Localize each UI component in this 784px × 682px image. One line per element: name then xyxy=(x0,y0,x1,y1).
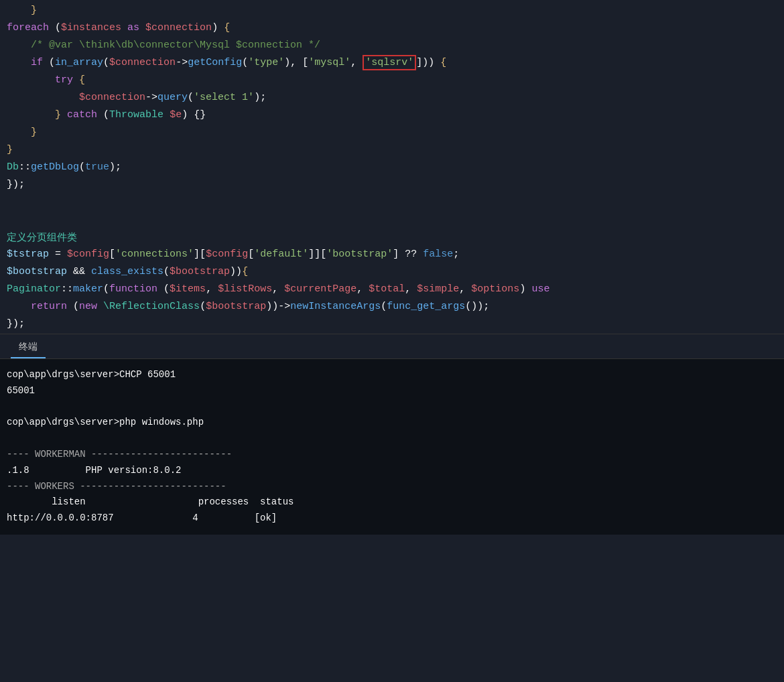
code-text: $bootstrap && class_exists($bootstrap)){ xyxy=(7,264,248,280)
code-line: try { xyxy=(0,72,784,90)
code-line xyxy=(0,212,784,229)
code-line: Paginator::maker(function ($items, $list… xyxy=(0,281,784,299)
code-line: Db::getDbLog(true); xyxy=(0,159,784,177)
code-text: /* @var \think\db\connector\Mysql $conne… xyxy=(7,38,320,54)
code-line: return (new \ReflectionClass($bootstrap)… xyxy=(0,299,784,316)
code-line xyxy=(0,194,784,212)
terminal-line xyxy=(7,431,777,447)
code-text: foreach ($instances as $connection) { xyxy=(7,20,230,36)
terminal-section: 终端 cop\app\drgs\server>CHCP 65001 65001 … xyxy=(0,334,784,535)
code-line: $tstrap = $config['connections'][$config… xyxy=(0,247,784,264)
code-text: }); xyxy=(7,177,25,193)
code-text: if (in_array($connection->getConfig('typ… xyxy=(7,55,446,71)
terminal-line: cop\app\drgs\server>CHCP 65001 xyxy=(7,367,777,383)
code-text: Db::getDbLog(true); xyxy=(7,159,121,176)
code-line: } xyxy=(0,125,784,142)
code-text: try { xyxy=(7,72,85,88)
code-line: }); xyxy=(0,177,784,194)
code-line: if (in_array($connection->getConfig('typ… xyxy=(0,55,784,72)
terminal-line: .1.8 PHP version:8.0.2 xyxy=(7,463,777,479)
code-line: /* @var \think\db\connector\Mysql $conne… xyxy=(0,38,784,55)
terminal-line: ---- WORKERS -------------------------- xyxy=(7,479,777,495)
code-line: } xyxy=(0,142,784,159)
highlighted-sqlsrv: 'sqlsrv' xyxy=(363,55,416,70)
code-line: }); xyxy=(0,316,784,334)
code-text: $connection->query('select 1'); xyxy=(7,90,266,106)
code-text: return (new \ReflectionClass($bootstrap)… xyxy=(7,299,489,315)
terminal-line: http://0.0.0.0:8787 4 [ok] xyxy=(7,510,777,527)
editor-section: } foreach ($instances as $connection) { … xyxy=(0,0,784,334)
code-text: } xyxy=(7,142,13,158)
terminal-line: 65001 xyxy=(7,383,777,399)
code-text: Paginator::maker(function ($items, $list… xyxy=(7,281,549,297)
code-line: $bootstrap && class_exists($bootstrap)){ xyxy=(0,264,784,281)
terminal-line xyxy=(7,399,777,415)
code-line: $connection->query('select 1'); xyxy=(0,90,784,107)
terminal-line: ---- WORKERMAN ------------------------- xyxy=(7,447,777,463)
code-line: foreach ($instances as $connection) { xyxy=(0,20,784,38)
code-text: } xyxy=(7,125,37,141)
terminal-tab-bar: 终端 xyxy=(0,334,784,359)
terminal-tab[interactable]: 终端 xyxy=(11,338,46,358)
terminal-line: listen processes status xyxy=(7,494,777,510)
code-text: } catch (Throwable $e) {} xyxy=(7,107,206,123)
code-text: }); xyxy=(7,316,25,332)
terminal-line: cop\app\drgs\server>php windows.php xyxy=(7,415,777,431)
code-line: 定义分页组件类 xyxy=(0,229,784,247)
code-line: } catch (Throwable $e) {} xyxy=(0,107,784,125)
code-text: 定义分页组件类 xyxy=(7,229,77,247)
code-text: $tstrap = $config['connections'][$config… xyxy=(7,247,459,263)
code-text: } xyxy=(7,3,37,19)
code-area: } foreach ($instances as $connection) { … xyxy=(0,0,784,334)
terminal-output: cop\app\drgs\server>CHCP 65001 65001 cop… xyxy=(0,359,784,535)
code-line: } xyxy=(0,3,784,20)
